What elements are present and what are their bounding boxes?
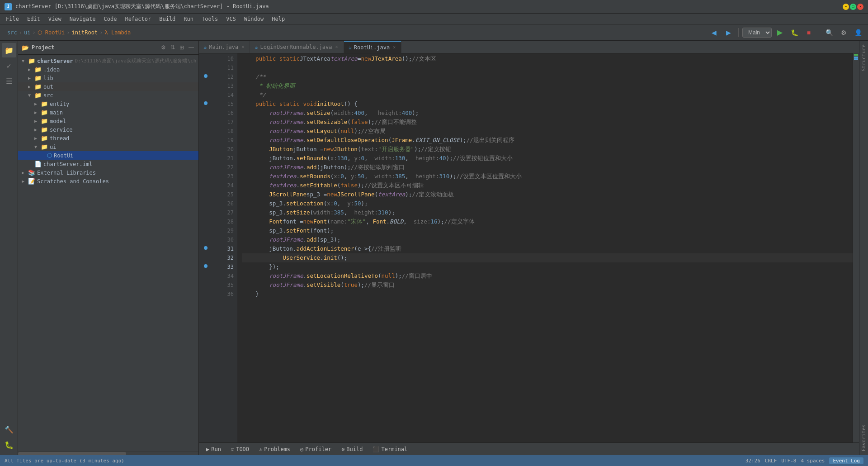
linenum-34: 34 xyxy=(212,271,234,281)
panel-expand-btn[interactable]: ⊞ xyxy=(179,43,185,52)
search-button[interactable]: 🔍 xyxy=(823,26,835,39)
menu-code[interactable]: Code xyxy=(100,15,121,23)
settings-button[interactable]: ⚙ xyxy=(837,26,850,39)
event-log-btn[interactable]: Event Log xyxy=(829,457,863,464)
menu-refactor[interactable]: Refactor xyxy=(121,15,155,23)
status-charset[interactable]: UTF-8 xyxy=(781,458,796,464)
panel-minimize-btn[interactable]: — xyxy=(188,43,195,52)
tree-root-label: chartServer xyxy=(37,58,73,64)
code-line-28: Font font = new Font( name: "宋体", Font.B… xyxy=(242,217,853,226)
status-indent[interactable]: 4 spaces xyxy=(801,458,825,464)
menu-edit[interactable]: Edit xyxy=(24,15,44,23)
todo-panel-btn[interactable]: ☑ TODO xyxy=(227,445,253,453)
code-line-32: UserService.init(); xyxy=(242,253,853,262)
tab-main-java-close[interactable]: × xyxy=(241,44,245,49)
menu-build[interactable]: Build xyxy=(156,15,179,23)
profiler-panel-btn[interactable]: ◎ Profiler xyxy=(297,445,335,453)
user-button[interactable]: 👤 xyxy=(852,26,864,39)
structure-icon[interactable]: ☰ xyxy=(2,74,16,88)
build-icon[interactable]: 🔨 xyxy=(2,422,16,437)
project-tree: ▼ 📁 chartServer D:\31116\桌面\java实现聊天室\源代… xyxy=(18,55,198,452)
code-content[interactable]: public static JTextArea textArea = new J… xyxy=(237,53,853,442)
code-line-33: }); xyxy=(242,262,853,271)
minimize-button[interactable]: − xyxy=(843,4,849,10)
tree-main[interactable]: ▶ 📁 main xyxy=(18,108,198,117)
tab-rootui-java-close[interactable]: × xyxy=(392,45,396,50)
breadcrumb-src[interactable]: src xyxy=(7,29,17,36)
tree-scrollbar-thumb[interactable] xyxy=(18,452,126,455)
run-panel-btn[interactable]: ▶ Run xyxy=(203,445,225,453)
breadcrumb: src › ui › ⬡ RootUi › initRoot › λ Lambd… xyxy=(7,29,131,36)
menu-help[interactable]: Help xyxy=(268,15,288,23)
tree-entity[interactable]: ▶ 📁 entity xyxy=(18,100,198,108)
tree-service[interactable]: ▶ 📁 service xyxy=(18,125,198,134)
problems-panel-btn[interactable]: ⚠ Problems xyxy=(255,445,294,453)
branch-selector[interactable]: Main xyxy=(742,28,772,38)
rootui-java-icon: ⬡ xyxy=(47,152,52,159)
status-crlf[interactable]: CRLF xyxy=(765,458,777,464)
tree-out[interactable]: ▶ 📁 out xyxy=(18,82,198,91)
tree-entity-arrow: ▶ xyxy=(34,101,41,106)
tab-main-java[interactable]: ☕ Main.java × xyxy=(199,41,250,53)
linenum-19: 19 xyxy=(212,136,234,145)
code-line-34: rootJFrame.setLocationRelativeTo(null);/… xyxy=(242,271,853,281)
tree-model[interactable]: ▶ 📁 model xyxy=(18,117,198,125)
menu-file[interactable]: File xyxy=(2,15,23,23)
breadcrumb-rootui[interactable]: ⬡ RootUi xyxy=(38,29,65,36)
tree-ext-libs[interactable]: ▶ 📚 External Libraries xyxy=(18,168,198,177)
code-line-11 xyxy=(242,63,853,72)
commit-icon[interactable]: ✓ xyxy=(2,58,16,73)
gutter-30 xyxy=(199,234,212,243)
menu-window[interactable]: Window xyxy=(241,15,267,23)
build-panel-btn[interactable]: ⚒ Build xyxy=(338,445,366,453)
favorites-sidebar-tab[interactable]: Favorites xyxy=(860,421,868,455)
project-icon[interactable]: 📁 xyxy=(2,43,16,57)
menu-navigate[interactable]: Navigate xyxy=(66,15,99,23)
tree-ui-label: ui xyxy=(50,144,56,150)
status-right: 32:26 CRLF UTF-8 4 spaces Event Log xyxy=(745,457,863,464)
terminal-panel-btn[interactable]: ⬛ Terminal xyxy=(369,445,411,453)
menu-tools[interactable]: Tools xyxy=(198,15,222,23)
status-bar: All files are up-to-date (3 minutes ago)… xyxy=(0,455,868,466)
menu-run[interactable]: Run xyxy=(180,15,197,23)
tree-main-label: main xyxy=(50,109,63,116)
tree-ui[interactable]: ▼ 📁 ui xyxy=(18,143,198,151)
panel-sort-btn[interactable]: ⇅ xyxy=(170,43,176,52)
gutter-31 xyxy=(199,243,212,252)
close-button[interactable]: × xyxy=(857,4,863,10)
panel-settings-btn[interactable]: ⚙ xyxy=(160,43,167,52)
code-line-29: sp_3.setFont(font); xyxy=(242,226,853,235)
stop-button[interactable]: ■ xyxy=(802,26,815,39)
debug-button[interactable]: 🐛 xyxy=(788,26,801,39)
breadcrumb-ui[interactable]: ui xyxy=(24,29,30,36)
gutter-13 xyxy=(199,81,212,90)
tree-rootui[interactable]: ▶ ⬡ RootUi xyxy=(18,151,198,160)
tree-thread[interactable]: ▶ 📁 thread xyxy=(18,134,198,143)
tree-idea[interactable]: ▶ 📁 .idea xyxy=(18,65,198,74)
structure-sidebar-tab[interactable]: Structure xyxy=(860,41,868,75)
menu-vcs[interactable]: VCS xyxy=(222,15,240,23)
back-button[interactable]: ◀ xyxy=(708,26,720,39)
tree-lib[interactable]: ▶ 📁 lib xyxy=(18,74,198,82)
tab-rootui-java[interactable]: ☕ RootUi.java × xyxy=(344,41,402,53)
tree-src[interactable]: ▼ 📁 src xyxy=(18,91,198,100)
debug-side-icon[interactable]: 🐛 xyxy=(2,437,16,452)
linenum-21: 21 xyxy=(212,154,234,163)
toolbar-sep-2 xyxy=(819,28,819,37)
tree-iml[interactable]: ▶ 📄 chartServer.iml xyxy=(18,160,198,168)
tab-login-java-close[interactable]: × xyxy=(334,44,339,49)
forward-button[interactable]: ▶ xyxy=(722,26,735,39)
status-position[interactable]: 32:26 xyxy=(745,458,760,464)
tree-scratches[interactable]: ▶ 📝 Scratches and Consoles xyxy=(18,177,198,185)
run-button[interactable]: ▶ xyxy=(774,26,786,39)
maximize-button[interactable]: □ xyxy=(850,4,856,10)
breadcrumb-lambda[interactable]: λ Lambda xyxy=(104,29,131,36)
tab-login-java[interactable]: ☕ LoginUserRunnable.java × xyxy=(250,41,344,53)
code-line-16: rootJFrame.setSize( width: 400, height: … xyxy=(242,109,853,118)
tree-scrollbar[interactable] xyxy=(18,452,198,455)
tree-root[interactable]: ▼ 📁 chartServer D:\31116\桌面\java实现聊天室\源代… xyxy=(18,57,198,65)
window-controls[interactable]: − □ × xyxy=(843,4,863,10)
breadcrumb-initroot[interactable]: initRoot xyxy=(71,29,98,36)
menu-view[interactable]: View xyxy=(45,15,65,23)
code-line-26: sp_3.setLocation( x: 0, y: 50); xyxy=(242,199,853,208)
